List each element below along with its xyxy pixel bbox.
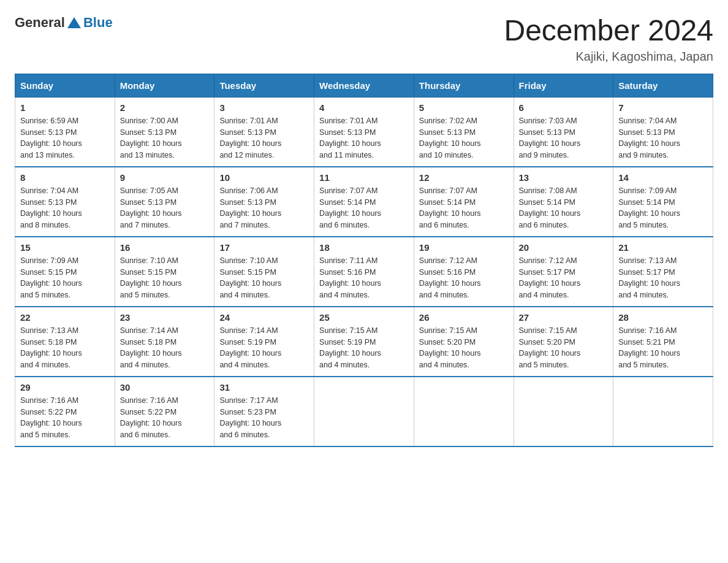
day-number: 15 bbox=[20, 242, 110, 253]
table-row bbox=[613, 377, 713, 446]
day-number: 25 bbox=[319, 312, 409, 323]
day-info: Sunrise: 7:01 AM Sunset: 5:13 PM Dayligh… bbox=[319, 115, 409, 161]
day-number: 18 bbox=[319, 242, 409, 253]
day-info: Sunrise: 7:09 AM Sunset: 5:15 PM Dayligh… bbox=[20, 255, 110, 301]
day-info: Sunrise: 7:15 AM Sunset: 5:19 PM Dayligh… bbox=[319, 325, 409, 371]
day-info: Sunrise: 7:12 AM Sunset: 5:16 PM Dayligh… bbox=[419, 255, 509, 301]
day-number: 12 bbox=[419, 172, 509, 183]
table-row: 16 Sunrise: 7:10 AM Sunset: 5:15 PM Dayl… bbox=[115, 237, 214, 307]
svg-marker-0 bbox=[67, 17, 81, 28]
day-number: 7 bbox=[618, 102, 708, 113]
table-row: 8 Sunrise: 7:04 AM Sunset: 5:13 PM Dayli… bbox=[15, 167, 115, 237]
header-monday: Monday bbox=[115, 74, 214, 97]
day-number: 31 bbox=[219, 382, 309, 393]
table-row: 2 Sunrise: 7:00 AM Sunset: 5:13 PM Dayli… bbox=[115, 97, 214, 167]
day-info: Sunrise: 7:01 AM Sunset: 5:13 PM Dayligh… bbox=[219, 115, 309, 161]
day-number: 11 bbox=[319, 172, 409, 183]
month-title: December 2024 bbox=[504, 15, 713, 47]
day-info: Sunrise: 7:04 AM Sunset: 5:13 PM Dayligh… bbox=[20, 185, 110, 231]
table-row: 6 Sunrise: 7:03 AM Sunset: 5:13 PM Dayli… bbox=[514, 97, 613, 167]
day-info: Sunrise: 7:07 AM Sunset: 5:14 PM Dayligh… bbox=[419, 185, 509, 231]
day-number: 1 bbox=[20, 102, 110, 113]
day-info: Sunrise: 7:05 AM Sunset: 5:13 PM Dayligh… bbox=[120, 185, 210, 231]
table-row: 5 Sunrise: 7:02 AM Sunset: 5:13 PM Dayli… bbox=[414, 97, 514, 167]
table-row: 26 Sunrise: 7:15 AM Sunset: 5:20 PM Dayl… bbox=[414, 307, 514, 377]
day-info: Sunrise: 6:59 AM Sunset: 5:13 PM Dayligh… bbox=[20, 115, 110, 161]
table-row: 27 Sunrise: 7:15 AM Sunset: 5:20 PM Dayl… bbox=[514, 307, 613, 377]
day-info: Sunrise: 7:13 AM Sunset: 5:17 PM Dayligh… bbox=[618, 255, 708, 301]
table-row: 31 Sunrise: 7:17 AM Sunset: 5:23 PM Dayl… bbox=[214, 377, 314, 446]
day-info: Sunrise: 7:16 AM Sunset: 5:22 PM Dayligh… bbox=[20, 395, 110, 441]
day-number: 4 bbox=[319, 102, 409, 113]
table-row: 15 Sunrise: 7:09 AM Sunset: 5:15 PM Dayl… bbox=[15, 237, 115, 307]
day-number: 29 bbox=[20, 382, 110, 393]
table-row: 20 Sunrise: 7:12 AM Sunset: 5:17 PM Dayl… bbox=[514, 237, 613, 307]
table-row: 9 Sunrise: 7:05 AM Sunset: 5:13 PM Dayli… bbox=[115, 167, 214, 237]
day-info: Sunrise: 7:00 AM Sunset: 5:13 PM Dayligh… bbox=[120, 115, 210, 161]
day-number: 27 bbox=[519, 312, 609, 323]
day-info: Sunrise: 7:10 AM Sunset: 5:15 PM Dayligh… bbox=[219, 255, 309, 301]
header-sunday: Sunday bbox=[15, 74, 115, 97]
table-row: 17 Sunrise: 7:10 AM Sunset: 5:15 PM Dayl… bbox=[214, 237, 314, 307]
logo-blue: Blue bbox=[83, 15, 113, 31]
table-row: 4 Sunrise: 7:01 AM Sunset: 5:13 PM Dayli… bbox=[314, 97, 414, 167]
day-number: 23 bbox=[120, 312, 210, 323]
calendar-table: Sunday Monday Tuesday Wednesday Thursday… bbox=[15, 74, 713, 447]
day-info: Sunrise: 7:13 AM Sunset: 5:18 PM Dayligh… bbox=[20, 325, 110, 371]
day-number: 5 bbox=[419, 102, 509, 113]
day-number: 22 bbox=[20, 312, 110, 323]
header-wednesday: Wednesday bbox=[314, 74, 414, 97]
table-row: 21 Sunrise: 7:13 AM Sunset: 5:17 PM Dayl… bbox=[613, 237, 713, 307]
header-thursday: Thursday bbox=[414, 74, 514, 97]
day-info: Sunrise: 7:09 AM Sunset: 5:14 PM Dayligh… bbox=[618, 185, 708, 231]
table-row: 23 Sunrise: 7:14 AM Sunset: 5:18 PM Dayl… bbox=[115, 307, 214, 377]
day-number: 24 bbox=[219, 312, 309, 323]
table-row: 24 Sunrise: 7:14 AM Sunset: 5:19 PM Dayl… bbox=[214, 307, 314, 377]
day-number: 30 bbox=[120, 382, 210, 393]
title-block: December 2024 Kajiki, Kagoshima, Japan bbox=[504, 15, 713, 64]
table-row: 3 Sunrise: 7:01 AM Sunset: 5:13 PM Dayli… bbox=[214, 97, 314, 167]
day-number: 16 bbox=[120, 242, 210, 253]
day-number: 2 bbox=[120, 102, 210, 113]
table-row: 22 Sunrise: 7:13 AM Sunset: 5:18 PM Dayl… bbox=[15, 307, 115, 377]
day-number: 13 bbox=[519, 172, 609, 183]
day-info: Sunrise: 7:11 AM Sunset: 5:16 PM Dayligh… bbox=[319, 255, 409, 301]
day-info: Sunrise: 7:02 AM Sunset: 5:13 PM Dayligh… bbox=[419, 115, 509, 161]
table-row: 19 Sunrise: 7:12 AM Sunset: 5:16 PM Dayl… bbox=[414, 237, 514, 307]
day-info: Sunrise: 7:14 AM Sunset: 5:18 PM Dayligh… bbox=[120, 325, 210, 371]
logo-general: General bbox=[15, 15, 65, 31]
table-row: 10 Sunrise: 7:06 AM Sunset: 5:13 PM Dayl… bbox=[214, 167, 314, 237]
table-row: 30 Sunrise: 7:16 AM Sunset: 5:22 PM Dayl… bbox=[115, 377, 214, 446]
table-row: 13 Sunrise: 7:08 AM Sunset: 5:14 PM Dayl… bbox=[514, 167, 613, 237]
day-number: 3 bbox=[219, 102, 309, 113]
table-row bbox=[514, 377, 613, 446]
day-info: Sunrise: 7:15 AM Sunset: 5:20 PM Dayligh… bbox=[519, 325, 609, 371]
day-number: 6 bbox=[519, 102, 609, 113]
day-number: 8 bbox=[20, 172, 110, 183]
day-number: 10 bbox=[219, 172, 309, 183]
header-tuesday: Tuesday bbox=[214, 74, 314, 97]
day-info: Sunrise: 7:03 AM Sunset: 5:13 PM Dayligh… bbox=[519, 115, 609, 161]
table-row: 1 Sunrise: 6:59 AM Sunset: 5:13 PM Dayli… bbox=[15, 97, 115, 167]
day-info: Sunrise: 7:10 AM Sunset: 5:15 PM Dayligh… bbox=[120, 255, 210, 301]
table-row: 28 Sunrise: 7:16 AM Sunset: 5:21 PM Dayl… bbox=[613, 307, 713, 377]
calendar-body: 1 Sunrise: 6:59 AM Sunset: 5:13 PM Dayli… bbox=[15, 97, 713, 446]
logo: General Blue bbox=[15, 15, 113, 31]
day-number: 19 bbox=[419, 242, 509, 253]
table-row: 11 Sunrise: 7:07 AM Sunset: 5:14 PM Dayl… bbox=[314, 167, 414, 237]
header-saturday: Saturday bbox=[613, 74, 713, 97]
day-info: Sunrise: 7:16 AM Sunset: 5:21 PM Dayligh… bbox=[618, 325, 708, 371]
day-info: Sunrise: 7:06 AM Sunset: 5:13 PM Dayligh… bbox=[219, 185, 309, 231]
table-row: 12 Sunrise: 7:07 AM Sunset: 5:14 PM Dayl… bbox=[414, 167, 514, 237]
day-info: Sunrise: 7:14 AM Sunset: 5:19 PM Dayligh… bbox=[219, 325, 309, 371]
logo-triangle-icon bbox=[67, 16, 81, 29]
header-friday: Friday bbox=[514, 74, 613, 97]
day-info: Sunrise: 7:15 AM Sunset: 5:20 PM Dayligh… bbox=[419, 325, 509, 371]
day-number: 17 bbox=[219, 242, 309, 253]
table-row: 7 Sunrise: 7:04 AM Sunset: 5:13 PM Dayli… bbox=[613, 97, 713, 167]
calendar-header: Sunday Monday Tuesday Wednesday Thursday… bbox=[15, 74, 713, 97]
day-info: Sunrise: 7:07 AM Sunset: 5:14 PM Dayligh… bbox=[319, 185, 409, 231]
table-row: 18 Sunrise: 7:11 AM Sunset: 5:16 PM Dayl… bbox=[314, 237, 414, 307]
day-number: 14 bbox=[618, 172, 708, 183]
day-number: 9 bbox=[120, 172, 210, 183]
